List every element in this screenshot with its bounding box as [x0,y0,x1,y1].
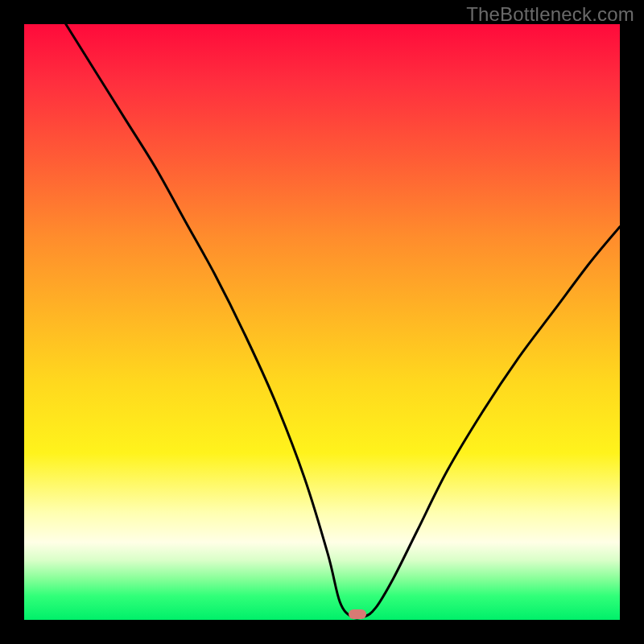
curve-svg [24,24,620,620]
minimum-marker [349,609,366,619]
watermark-text: TheBottleneck.com [466,3,634,26]
chart-frame: TheBottleneck.com [0,0,644,644]
plot-area [24,24,620,620]
bottleneck-curve [66,24,620,618]
